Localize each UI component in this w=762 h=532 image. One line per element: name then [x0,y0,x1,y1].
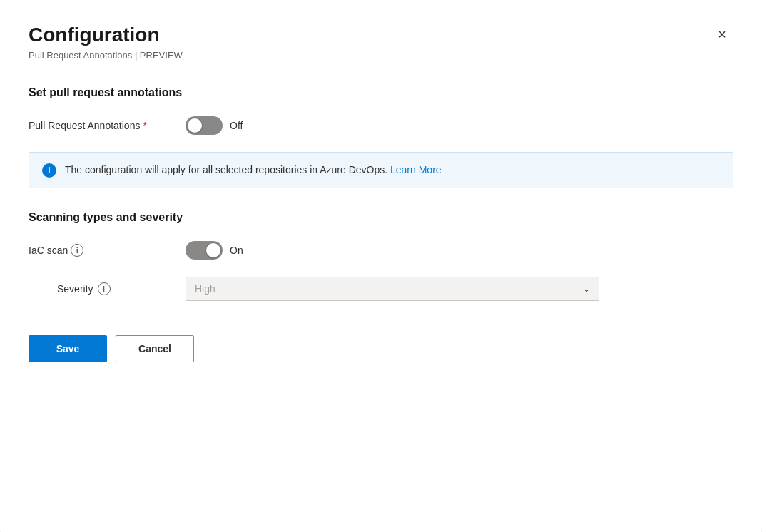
chevron-down-icon: ⌄ [583,284,590,294]
info-banner-text: The configuration will apply for all sel… [65,163,442,178]
dialog-subtitle: Pull Request Annotations | PREVIEW [29,50,183,61]
header-text-block: Configuration Pull Request Annotations |… [29,23,183,81]
toggle-track [186,116,223,135]
iac-scan-toggle-label: On [230,245,243,256]
iac-scan-toggle[interactable] [186,241,223,260]
severity-dropdown[interactable]: High ⌄ [186,277,599,301]
close-button[interactable]: × [711,23,733,46]
pull-request-toggle-label: Off [230,120,243,131]
iac-toggle-container: On [186,241,243,260]
learn-more-link[interactable]: Learn More [390,164,442,175]
pull-request-annotations-field: Pull Request Annotations * Off [29,116,733,135]
severity-field: Severity i High ⌄ [29,277,733,301]
iac-toggle-thumb [206,243,220,257]
dialog-header: Configuration Pull Request Annotations |… [29,23,733,81]
dialog-title: Configuration [29,23,183,47]
cancel-button[interactable]: Cancel [116,335,194,362]
severity-label: Severity i [57,282,186,295]
footer-actions: Save Cancel [29,335,733,362]
iac-scan-info-icon[interactable]: i [71,244,83,257]
scanning-section-title: Scanning types and severity [29,211,733,224]
toggle-thumb [188,118,202,133]
pull-request-annotations-label: Pull Request Annotations * [29,120,186,131]
pull-request-toggle-container: Off [186,116,243,135]
configuration-dialog: Configuration Pull Request Annotations |… [0,0,762,532]
iac-scan-label: IaC scan i [29,244,186,257]
pull-request-toggle[interactable] [186,116,223,135]
severity-info-icon[interactable]: i [98,282,111,295]
required-indicator: * [143,120,146,131]
severity-value: High [195,283,215,295]
info-icon: i [42,163,56,178]
iac-scan-field: IaC scan i On [29,241,733,260]
pull-request-section-title: Set pull request annotations [29,86,733,99]
iac-toggle-track [186,241,223,260]
save-button[interactable]: Save [29,335,107,362]
info-banner: i The configuration will apply for all s… [29,152,733,188]
